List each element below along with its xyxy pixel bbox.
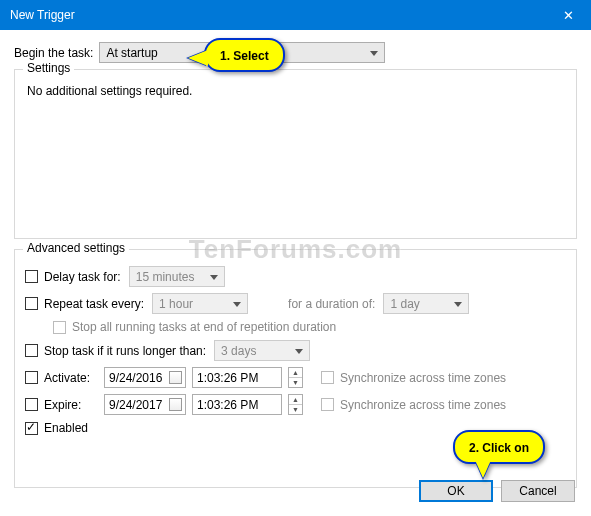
settings-message: No additional settings required. [27,84,192,98]
expire-time[interactable]: 1:03:26 PM [192,394,282,415]
activate-label: Activate: [44,371,96,385]
stop-longer-checkbox[interactable] [25,344,38,357]
close-button[interactable]: ✕ [546,0,591,30]
enabled-label: Enabled [44,421,88,435]
expire-date[interactable]: 9/24/2017 [104,394,186,415]
activate-time-spinner[interactable]: ▲▼ [288,367,303,388]
callout-click: 2. Click on [453,430,545,464]
window-title: New Trigger [10,8,546,22]
repeat-label: Repeat task every: [44,297,144,311]
repeat-select[interactable]: 1 hour [152,293,248,314]
duration-select[interactable]: 1 day [383,293,469,314]
expire-checkbox[interactable] [25,398,38,411]
stop-longer-label: Stop task if it runs longer than: [44,344,206,358]
stop-repetition-checkbox [53,321,66,334]
expire-label: Expire: [44,398,96,412]
calendar-icon [169,398,182,411]
activate-time[interactable]: 1:03:26 PM [192,367,282,388]
activate-sync-label: Synchronize across time zones [340,371,506,385]
duration-label: for a duration of: [288,297,375,311]
delay-checkbox[interactable] [25,270,38,283]
advanced-legend: Advanced settings [23,241,129,255]
cancel-button[interactable]: Cancel [501,480,575,502]
expire-time-spinner[interactable]: ▲▼ [288,394,303,415]
calendar-icon [169,371,182,384]
activate-sync-checkbox [321,371,334,384]
expire-sync-checkbox [321,398,334,411]
begin-task-value: At startup [106,46,157,60]
begin-task-label: Begin the task: [14,46,93,60]
delay-label: Delay task for: [44,270,121,284]
enabled-checkbox[interactable] [25,422,38,435]
settings-legend: Settings [23,61,74,75]
activate-date[interactable]: 9/24/2016 [104,367,186,388]
delay-select[interactable]: 15 minutes [129,266,225,287]
repeat-checkbox[interactable] [25,297,38,310]
activate-checkbox[interactable] [25,371,38,384]
stop-longer-select[interactable]: 3 days [214,340,310,361]
ok-button[interactable]: OK [419,480,493,502]
settings-group: Settings No additional settings required… [14,69,577,239]
titlebar: New Trigger ✕ [0,0,591,30]
callout-select: 1. Select [204,38,285,72]
expire-sync-label: Synchronize across time zones [340,398,506,412]
stop-repetition-label: Stop all running tasks at end of repetit… [72,320,336,334]
